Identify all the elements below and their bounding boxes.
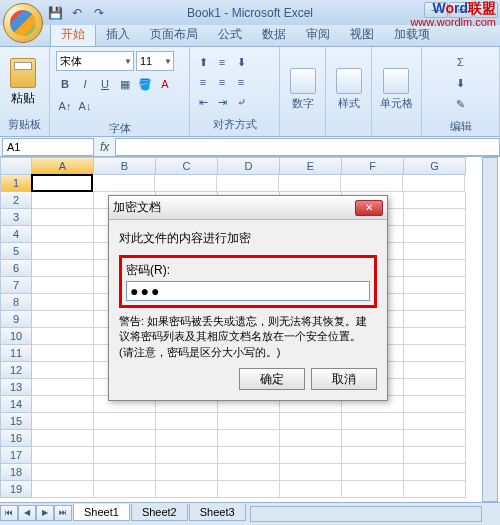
col-header-C[interactable]: C [156, 157, 218, 175]
fill-color-button[interactable]: 🪣 [136, 75, 154, 93]
vertical-scrollbar[interactable] [482, 157, 498, 502]
tab-review[interactable]: 审阅 [296, 23, 340, 46]
cell-G19[interactable] [404, 481, 466, 498]
cells-button[interactable]: 单元格 [376, 59, 416, 121]
cell-F1[interactable] [341, 175, 403, 192]
tab-formulas[interactable]: 公式 [208, 23, 252, 46]
tab-pagelayout[interactable]: 页面布局 [140, 23, 208, 46]
cell-B16[interactable] [94, 430, 156, 447]
cell-A17[interactable] [32, 447, 94, 464]
cell-C18[interactable] [156, 464, 218, 481]
dialog-close-button[interactable]: ✕ [355, 200, 383, 216]
sheet-tab-1[interactable]: Sheet1 [73, 504, 130, 521]
cell-G17[interactable] [404, 447, 466, 464]
align-top-button[interactable]: ⬆ [194, 53, 212, 71]
tab-view[interactable]: 视图 [340, 23, 384, 46]
number-format-button[interactable]: 数字 [284, 59, 321, 121]
cell-G3[interactable] [404, 209, 466, 226]
cell-A5[interactable] [32, 243, 94, 260]
clear-button[interactable]: ✎ [449, 95, 473, 113]
row-header-10[interactable]: 10 [0, 328, 32, 345]
cell-F15[interactable] [342, 413, 404, 430]
cell-E19[interactable] [280, 481, 342, 498]
cell-D18[interactable] [218, 464, 280, 481]
cell-A11[interactable] [32, 345, 94, 362]
row-header-17[interactable]: 17 [0, 447, 32, 464]
cell-C15[interactable] [156, 413, 218, 430]
align-left-button[interactable]: ≡ [194, 73, 212, 91]
row-header-7[interactable]: 7 [0, 277, 32, 294]
cell-G11[interactable] [404, 345, 466, 362]
cell-B17[interactable] [94, 447, 156, 464]
cell-A19[interactable] [32, 481, 94, 498]
row-header-9[interactable]: 9 [0, 311, 32, 328]
decrease-font-button[interactable]: A↓ [76, 97, 94, 115]
cell-A10[interactable] [32, 328, 94, 345]
cell-A16[interactable] [32, 430, 94, 447]
align-center-button[interactable]: ≡ [213, 73, 231, 91]
italic-button[interactable]: I [76, 75, 94, 93]
ok-button[interactable]: 确定 [239, 368, 305, 390]
cell-G18[interactable] [404, 464, 466, 481]
cell-G13[interactable] [404, 379, 466, 396]
align-right-button[interactable]: ≡ [232, 73, 250, 91]
col-header-A[interactable]: A [32, 157, 94, 175]
cell-G2[interactable] [404, 192, 466, 209]
cell-C1[interactable] [155, 175, 217, 192]
tab-data[interactable]: 数据 [252, 23, 296, 46]
cell-G9[interactable] [404, 311, 466, 328]
cell-G10[interactable] [404, 328, 466, 345]
formula-input[interactable] [115, 138, 500, 156]
name-box[interactable]: A1 [2, 138, 94, 156]
col-header-F[interactable]: F [342, 157, 404, 175]
row-header-19[interactable]: 19 [0, 481, 32, 498]
cell-G14[interactable] [404, 396, 466, 413]
cell-D1[interactable] [217, 175, 279, 192]
cell-G7[interactable] [404, 277, 466, 294]
fill-button[interactable]: ⬇ [449, 74, 473, 92]
cell-A3[interactable] [32, 209, 94, 226]
row-header-4[interactable]: 4 [0, 226, 32, 243]
cell-B19[interactable] [94, 481, 156, 498]
cell-G16[interactable] [404, 430, 466, 447]
cell-A7[interactable] [32, 277, 94, 294]
undo-icon[interactable]: ↶ [70, 6, 84, 20]
cell-G8[interactable] [404, 294, 466, 311]
col-header-G[interactable]: G [404, 157, 466, 175]
cell-A14[interactable] [32, 396, 94, 413]
row-header-11[interactable]: 11 [0, 345, 32, 362]
save-icon[interactable]: 💾 [48, 6, 62, 20]
row-header-14[interactable]: 14 [0, 396, 32, 413]
col-header-E[interactable]: E [280, 157, 342, 175]
horizontal-scrollbar[interactable] [250, 506, 482, 522]
cell-G1[interactable] [403, 175, 465, 192]
cell-D16[interactable] [218, 430, 280, 447]
cell-D17[interactable] [218, 447, 280, 464]
col-header-D[interactable]: D [218, 157, 280, 175]
cell-A6[interactable] [32, 260, 94, 277]
paste-button[interactable]: 粘贴 [4, 51, 42, 113]
wrap-text-button[interactable]: ⤶ [232, 93, 250, 111]
tab-insert[interactable]: 插入 [96, 23, 140, 46]
row-header-18[interactable]: 18 [0, 464, 32, 481]
sheet-nav-first[interactable]: ⏮ [0, 505, 18, 521]
redo-icon[interactable]: ↷ [92, 6, 106, 20]
row-header-1[interactable]: 1 [0, 175, 32, 192]
row-header-12[interactable]: 12 [0, 362, 32, 379]
cell-F18[interactable] [342, 464, 404, 481]
font-name-combo[interactable]: 宋体▼ [56, 51, 134, 71]
cell-G15[interactable] [404, 413, 466, 430]
cell-C17[interactable] [156, 447, 218, 464]
sheet-nav-last[interactable]: ⏭ [54, 505, 72, 521]
sheet-nav-prev[interactable]: ◀ [18, 505, 36, 521]
cell-B15[interactable] [94, 413, 156, 430]
cell-D15[interactable] [218, 413, 280, 430]
row-header-6[interactable]: 6 [0, 260, 32, 277]
cell-A12[interactable] [32, 362, 94, 379]
cell-E18[interactable] [280, 464, 342, 481]
row-header-3[interactable]: 3 [0, 209, 32, 226]
decrease-indent-button[interactable]: ⇤ [194, 93, 212, 111]
col-header-B[interactable]: B [94, 157, 156, 175]
fx-icon[interactable]: fx [94, 140, 115, 154]
cell-A8[interactable] [32, 294, 94, 311]
